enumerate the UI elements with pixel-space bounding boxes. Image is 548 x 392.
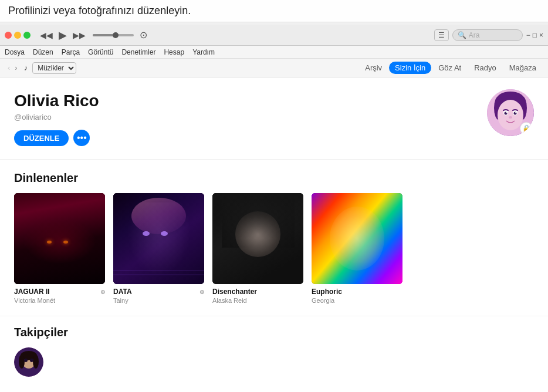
svg-point-4 [498, 100, 523, 130]
profile-buttons: DÜZENLE ••• [14, 130, 534, 146]
svg-point-11 [509, 116, 512, 119]
album-grid: JAGUAR II ⊕ Victoria Monét [14, 193, 534, 304]
menu-dosya[interactable]: Dosya [5, 48, 25, 56]
nav-forward[interactable]: › [13, 63, 19, 72]
more-options-button[interactable]: ••• [73, 130, 90, 146]
tab-radyo[interactable]: Radyo [468, 62, 502, 74]
minimize-win-button[interactable]: − [526, 31, 530, 39]
tab-magaza[interactable]: Mağaza [503, 62, 542, 74]
edit-profile-button[interactable]: DÜZENLE [14, 130, 69, 146]
svg-point-8 [514, 112, 517, 115]
album-title-disenchanter: Disenchanter [212, 288, 303, 296]
search-placeholder: Ara [469, 31, 480, 39]
menu-bar: Dosya Düzen Parça Görüntü Denetimler Hes… [0, 46, 548, 59]
svg-point-18 [30, 359, 33, 362]
album-artist-data: Tainy [113, 297, 204, 304]
album-artist-disenchanter: Alaska Reid [212, 297, 303, 304]
profile-name: Olivia Rico [14, 92, 534, 110]
followers-section: Takipçiler [0, 316, 548, 388]
maximize-button[interactable] [23, 32, 31, 39]
back-button[interactable]: ◀◀ [39, 29, 54, 41]
search-box[interactable]: 🔍 Ara [452, 29, 523, 41]
menu-hesap[interactable]: Hesap [164, 48, 184, 56]
menu-denetimler[interactable]: Denetimler [121, 48, 155, 56]
album-data[interactable]: DATA ⊕ Tainy [113, 193, 204, 304]
title-bar: ◀◀ ▶ ▶▶ ⊙ ☰ 🔍 Ara − □ × [0, 25, 548, 46]
transport-controls: ◀◀ ▶ ▶▶ [39, 28, 87, 43]
listened-section: Dinlenenler J [0, 160, 548, 316]
album-jaguar[interactable]: JAGUAR II ⊕ Victoria Monét [14, 193, 105, 304]
title-bar-right: ☰ 🔍 Ara − □ × [434, 29, 543, 41]
forward-button[interactable]: ▶▶ [72, 29, 87, 41]
jaguar-art [14, 193, 105, 284]
disenchanter-art [212, 193, 303, 284]
album-menu-data[interactable]: ⊕ [199, 289, 204, 295]
nav-bar: ‹ › ♪ Müzikler Arşiv Sizin İçin Göz At R… [0, 59, 548, 77]
itunes-window: ◀◀ ▶ ▶▶ ⊙ ☰ 🔍 Ara − □ × Dosya Düzen Par [0, 25, 548, 392]
nav-back[interactable]: ‹ [6, 63, 12, 72]
hint-text: Profilinizi veya fotoğrafınızı düzenleyi… [0, 0, 548, 22]
profile-handle: @oliviarico [14, 113, 534, 121]
album-title-jaguar: JAGUAR II ⊕ [14, 288, 105, 296]
listened-title: Dinlenenler [14, 171, 534, 185]
follower-avatar[interactable] [14, 347, 43, 377]
album-cover-euphoric [312, 193, 402, 284]
menu-gorunul[interactable]: Görüntü [88, 48, 113, 56]
win-right-controls: − □ × [526, 31, 543, 39]
album-cover-data [113, 193, 204, 284]
album-artist-jaguar: Victoria Monét [14, 297, 105, 304]
svg-point-16 [33, 354, 39, 369]
volume-fill [93, 34, 113, 36]
profile-header: Olivia Rico @oliviarico DÜZENLE ••• [0, 77, 548, 160]
close-button[interactable] [5, 32, 12, 39]
album-artist-euphoric: Georgia [312, 297, 402, 304]
euphoric-art [312, 193, 402, 284]
main-content: Olivia Rico @oliviarico DÜZENLE ••• [0, 77, 548, 392]
volume-slider[interactable] [93, 34, 134, 36]
svg-point-17 [24, 359, 28, 362]
minimize-button[interactable] [14, 32, 21, 39]
lock-icon: 🔒 [520, 122, 533, 135]
menu-duzen[interactable]: Düzen [33, 48, 53, 56]
close-win-button[interactable]: × [539, 31, 543, 39]
airplay-button[interactable]: ⊙ [140, 29, 147, 40]
play-button[interactable]: ▶ [57, 28, 68, 43]
followers-title: Takipçiler [14, 326, 534, 339]
window-controls [5, 32, 31, 39]
album-title-euphoric: Euphoric [312, 288, 402, 296]
music-icon: ♪ [24, 63, 28, 72]
album-cover-disenchanter [212, 193, 303, 284]
data-art [113, 193, 204, 284]
list-view-button[interactable]: ☰ [434, 29, 449, 41]
nav-tabs: Arşiv Sizin İçin Göz At Radyo Mağaza [359, 62, 542, 74]
menu-yardim[interactable]: Yardım [192, 48, 215, 56]
tab-arsiv[interactable]: Arşiv [359, 62, 388, 74]
resize-win-button[interactable]: □ [533, 31, 537, 39]
svg-point-9 [506, 112, 507, 113]
volume-thumb [113, 32, 119, 38]
library-select[interactable]: Müzikler [32, 62, 76, 74]
nav-arrows: ‹ › [6, 63, 19, 72]
svg-point-7 [505, 112, 508, 115]
album-cover-jaguar [14, 193, 105, 284]
album-title-data: DATA ⊕ [113, 288, 204, 296]
tab-sizin-icin[interactable]: Sizin İçin [389, 62, 431, 74]
tab-goz-at[interactable]: Göz At [432, 62, 467, 74]
search-icon: 🔍 [458, 31, 466, 39]
svg-point-15 [19, 354, 25, 369]
album-euphoric[interactable]: Euphoric Georgia [312, 193, 402, 304]
album-disenchanter[interactable]: Disenchanter Alaska Reid [212, 193, 303, 304]
profile-avatar[interactable]: 🔒 [487, 89, 534, 136]
svg-point-10 [515, 112, 516, 113]
album-menu-jaguar[interactable]: ⊕ [100, 289, 105, 295]
menu-parca[interactable]: Parça [62, 48, 80, 56]
